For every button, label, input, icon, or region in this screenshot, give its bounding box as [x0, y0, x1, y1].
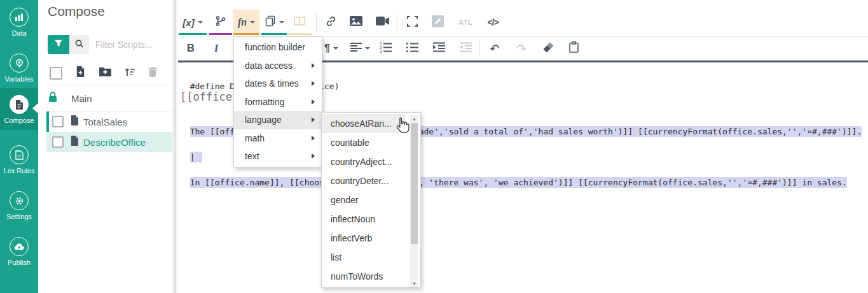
- toolbar-separator: [316, 14, 317, 33]
- scroll-down-icon[interactable]: ▼: [410, 280, 418, 287]
- underline-teal: [179, 33, 207, 35]
- indent-button[interactable]: [427, 39, 450, 57]
- active-notch: [32, 103, 38, 113]
- search-button[interactable]: [69, 35, 89, 54]
- underline-tan: [287, 33, 312, 35]
- menu-item-function-builder[interactable]: function builder: [234, 38, 322, 57]
- link-icon: [325, 15, 337, 30]
- ordered-list-icon: 123: [380, 42, 392, 55]
- clipboard-icon: [569, 41, 579, 55]
- editor-caret-line[interactable]: |: [180, 139, 202, 163]
- chevron-down-icon: [279, 21, 284, 24]
- code-view-button[interactable]: </>: [481, 11, 505, 33]
- duplicate-button[interactable]: [261, 11, 287, 33]
- submenu-arrow-icon: [312, 81, 315, 86]
- function-menu-button[interactable]: fn: [233, 10, 259, 35]
- sidebar-item-label: Data: [0, 29, 38, 37]
- variables-icon: [10, 54, 29, 73]
- menu-item-label: data access: [245, 61, 293, 71]
- outdent-button[interactable]: [454, 39, 477, 57]
- script-name: TotalSales: [83, 117, 127, 127]
- select-all-checkbox[interactable]: [50, 67, 62, 80]
- menu-item-data-access[interactable]: data access: [234, 57, 322, 75]
- funnel-icon: [54, 39, 63, 50]
- gear-icon: [10, 191, 29, 210]
- filter-scripts-input[interactable]: [94, 39, 167, 50]
- atl-view-button[interactable]: ATL: [453, 11, 478, 33]
- submenu-item-numtowords[interactable]: numToWords: [322, 267, 406, 286]
- submenu-item-countable[interactable]: countable: [322, 133, 406, 152]
- clear-formatting-button[interactable]: [537, 39, 560, 57]
- link-button[interactable]: [319, 11, 342, 33]
- sidebar-item-data[interactable]: Data: [0, 8, 38, 37]
- atl-open-bracket: [[: [180, 90, 193, 103]
- undo-button[interactable]: ↶: [483, 39, 506, 57]
- menu-item-label: language: [245, 115, 282, 125]
- sidebar-item-settings[interactable]: Settings: [0, 191, 38, 220]
- unordered-list-button[interactable]: [401, 39, 424, 57]
- scroll-up-icon[interactable]: ▲: [410, 115, 418, 122]
- submenu-scrollbar[interactable]: ▲ ▼: [410, 115, 418, 287]
- panel-splitter[interactable]: [172, 0, 177, 293]
- submenu-item-list[interactable]: list: [322, 248, 406, 267]
- bold-button[interactable]: B: [180, 39, 202, 57]
- new-script-button[interactable]: [74, 66, 86, 80]
- scrollbar-thumb[interactable]: [411, 123, 418, 244]
- sidebar-item-label: Variables: [0, 75, 38, 83]
- image-button[interactable]: [345, 11, 368, 33]
- menu-item-dates-times[interactable]: dates & times: [234, 75, 322, 93]
- branch-button[interactable]: [209, 11, 232, 33]
- new-folder-button[interactable]: [99, 66, 112, 80]
- submenu-item-countrydeterminer[interactable]: countryDeter...: [322, 171, 406, 190]
- script-row-totalsales[interactable]: TotalSales: [46, 111, 173, 132]
- main-script-row[interactable]: Main: [48, 85, 173, 111]
- align-button[interactable]: [346, 39, 374, 57]
- delete-button[interactable]: [148, 66, 158, 80]
- italic-label: I: [214, 42, 219, 55]
- sidebar-item-publish[interactable]: Publish: [0, 237, 38, 266]
- italic-button[interactable]: I: [207, 39, 226, 57]
- submenu-item-inflectnoun[interactable]: inflectNoun: [322, 210, 406, 229]
- script-checkbox[interactable]: [52, 136, 64, 148]
- submenu-item-chooseatrandom[interactable]: chooseAtRan...: [322, 114, 406, 133]
- menu-item-text[interactable]: text: [234, 147, 322, 166]
- sidebar-item-compose[interactable]: Compose: [0, 88, 38, 130]
- ordered-list-button[interactable]: 123: [374, 39, 397, 57]
- chevron-down-icon: [250, 21, 255, 24]
- sidebar-item-label: Publish: [0, 259, 38, 266]
- submenu-item-countryadjective[interactable]: countryAdject...: [322, 152, 406, 171]
- submenu-item-inflectverb[interactable]: inflectVerb: [322, 229, 406, 248]
- search-icon: [74, 39, 84, 51]
- paste-button[interactable]: [562, 39, 585, 57]
- editor-line-in[interactable]: In [[office.name]], [[chooseAtRandom('we…: [180, 164, 847, 189]
- dictionary-button[interactable]: [287, 11, 312, 33]
- submenu-arrow-icon: [312, 117, 315, 122]
- data-icon: [10, 8, 29, 27]
- menu-item-formatting[interactable]: formatting: [234, 93, 322, 111]
- lex-rules-icon: [10, 145, 29, 164]
- filter-button[interactable]: [48, 35, 69, 54]
- sidebar-item-lex-rules[interactable]: Lex Rules: [0, 145, 38, 175]
- edit-mode-button[interactable]: [426, 11, 449, 33]
- fullscreen-button[interactable]: [401, 11, 424, 33]
- sort-button[interactable]: [124, 67, 135, 80]
- svg-text:3: 3: [380, 49, 382, 53]
- menu-item-math[interactable]: math: [234, 129, 322, 148]
- sidebar-item-variables[interactable]: Variables: [0, 54, 38, 83]
- variable-insert-button[interactable]: [x]: [179, 11, 207, 33]
- eraser-icon: [542, 42, 555, 55]
- copy-icon: [265, 15, 276, 29]
- script-checkbox[interactable]: [52, 116, 64, 127]
- script-row-describeoffice[interactable]: DescribeOffice: [46, 132, 173, 152]
- underline-orange: [233, 33, 259, 35]
- menu-item-language[interactable]: language: [234, 111, 322, 129]
- text-caret: |: [190, 152, 203, 162]
- sidebar-item-label: Compose: [0, 117, 38, 124]
- image-icon: [350, 16, 362, 29]
- align-left-icon: [350, 43, 362, 54]
- video-icon: [376, 17, 389, 28]
- submenu-item-gender[interactable]: gender: [322, 190, 406, 210]
- video-button[interactable]: [370, 11, 394, 33]
- variable-x-icon: [x]: [183, 17, 194, 28]
- redo-button[interactable]: ↷: [510, 39, 533, 57]
